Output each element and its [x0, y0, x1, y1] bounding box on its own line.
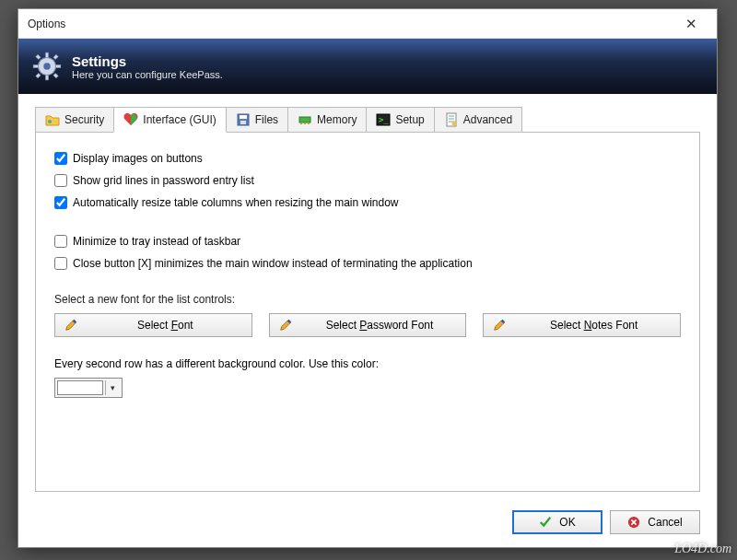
checkbox-label: Minimize to tray instead of taskbar — [73, 235, 240, 248]
tab-label: Files — [255, 113, 278, 126]
svg-rect-12 — [240, 115, 247, 119]
font-section-label: Select a new font for the list controls: — [54, 293, 681, 306]
svg-rect-17 — [308, 122, 310, 124]
svg-rect-14 — [299, 117, 310, 122]
svg-rect-13 — [240, 121, 246, 124]
svg-rect-9 — [53, 73, 58, 77]
pencil-icon — [279, 319, 292, 332]
tab-label: Memory — [317, 113, 357, 126]
svg-point-1 — [43, 63, 50, 69]
select-password-font-button[interactable]: Select Password Font — [269, 313, 467, 337]
cancel-button[interactable]: Cancel — [610, 510, 700, 534]
tab-label: Interface (GUI) — [143, 113, 216, 126]
tab-setup[interactable]: >_ Setup — [366, 107, 434, 132]
tab-label: Setup — [395, 113, 424, 126]
pencil-icon — [64, 319, 77, 332]
tab-memory[interactable]: Memory — [287, 107, 367, 132]
color-section-label: Every second row has a different backgro… — [54, 357, 681, 370]
svg-text:>_: >_ — [379, 115, 389, 124]
svg-point-10 — [48, 120, 52, 123]
checkbox-label: Close button [X] minimizes the main wind… — [73, 257, 473, 270]
svg-rect-8 — [36, 73, 41, 77]
tab-advanced[interactable]: Advanced — [434, 107, 522, 132]
pencil-icon — [493, 319, 506, 332]
checkbox-close-minimizes[interactable] — [54, 257, 67, 270]
button-label: Select Password Font — [303, 319, 457, 332]
window-title: Options — [28, 18, 671, 30]
options-window: Options ✕ Settings Here you can configur… — [18, 8, 718, 548]
check-icon — [539, 516, 552, 529]
tab-interface[interactable]: Interface (GUI) — [113, 107, 226, 133]
gear-icon — [31, 51, 63, 82]
ok-button[interactable]: OK — [512, 510, 602, 534]
checkbox-label: Display images on buttons — [73, 152, 203, 165]
svg-rect-3 — [45, 76, 48, 80]
svg-rect-2 — [45, 52, 48, 57]
memory-icon — [298, 112, 312, 127]
button-label: Cancel — [648, 516, 682, 529]
dialog-footer: OK Cancel — [512, 510, 700, 534]
color-picker[interactable]: ▾ — [54, 378, 123, 398]
tab-label: Advanced — [463, 113, 512, 126]
color-swatch — [57, 380, 103, 395]
button-label: Select Font — [88, 319, 242, 332]
banner-title: Settings — [72, 53, 223, 69]
titlebar: Options ✕ — [18, 9, 717, 39]
checkbox-auto-resize[interactable] — [54, 196, 67, 209]
tab-security[interactable]: Security — [35, 107, 114, 132]
cancel-icon — [627, 516, 640, 529]
checkbox-label: Automatically resize table columns when … — [73, 196, 399, 209]
options-panel: Display images on buttons Show grid line… — [35, 133, 700, 492]
svg-rect-7 — [53, 54, 58, 59]
watermark: LO4D.com — [674, 542, 731, 556]
tab-strip: Security Interface (GUI) Files Memory >_… — [35, 107, 700, 133]
chevron-down-icon[interactable]: ▾ — [105, 380, 120, 395]
svg-rect-5 — [56, 64, 61, 67]
settings-banner: Settings Here you can configure KeePass. — [18, 39, 717, 94]
svg-rect-15 — [300, 122, 302, 124]
tab-files[interactable]: Files — [226, 107, 288, 132]
svg-rect-6 — [36, 54, 41, 59]
heart-icon — [123, 112, 138, 127]
checkbox-minimize-tray[interactable] — [54, 235, 67, 248]
button-label: Select Notes Font — [517, 319, 671, 332]
folder-key-icon — [45, 112, 60, 127]
sheet-icon — [444, 112, 459, 127]
svg-point-21 — [451, 122, 456, 126]
floppy-icon — [236, 112, 251, 127]
banner-subtitle: Here you can configure KeePass. — [72, 69, 223, 80]
tab-label: Security — [64, 113, 104, 126]
button-label: OK — [559, 516, 575, 529]
select-notes-font-button[interactable]: Select Notes Font — [483, 313, 681, 337]
terminal-icon: >_ — [376, 112, 391, 127]
checkbox-label: Show grid lines in password entry list — [73, 174, 254, 187]
svg-rect-4 — [33, 64, 38, 67]
checkbox-grid-lines[interactable] — [54, 174, 67, 187]
svg-rect-16 — [304, 122, 306, 124]
close-icon[interactable]: ✕ — [671, 11, 711, 37]
select-font-button[interactable]: Select Font — [54, 313, 252, 337]
checkbox-display-images[interactable] — [54, 152, 67, 165]
